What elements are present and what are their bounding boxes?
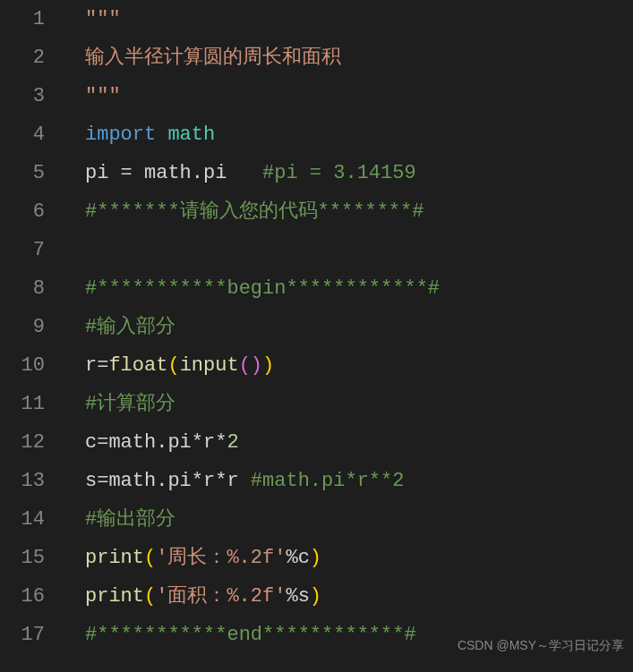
line-number: 2 [0,38,45,77]
code-content[interactable]: """ 输入半径计算圆的周长和面积 """ import math pi = m… [63,0,633,672]
paren-token: ) [310,585,321,608]
module-token: math [108,470,156,492]
operator-token: * [215,431,227,454]
comment-token: #*******请输入您的代码********# [85,200,423,223]
code-line[interactable]: print('面积：%.2f'%s) [85,577,633,616]
module-token: math [108,431,156,454]
line-number: 6 [0,192,45,231]
var-token: c [298,547,310,569]
code-line[interactable] [85,231,633,269]
code-line[interactable]: print('周长：%.2f'%c) [85,539,633,577]
code-line[interactable]: #输入部分 [85,308,633,346]
comment-token: #输入部分 [85,316,175,338]
comment-token: #***********begin************# [85,277,440,300]
space-token [239,470,251,492]
line-number: 4 [0,115,45,154]
paren-token: ( [144,585,156,608]
docstring-token: """ [85,85,121,107]
code-line[interactable]: """ [85,0,633,38]
line-number: 14 [0,500,45,539]
operator-token: = [97,470,108,492]
code-line[interactable]: #*******请输入您的代码********# [85,192,633,231]
comment-token: #math.pi*r**2 [251,470,405,492]
operator-token: * [192,470,203,492]
paren-token: ) [310,547,321,569]
line-number: 8 [0,269,45,308]
builtin-token: print [85,547,144,569]
comment-token: #计算部分 [85,393,175,415]
builtin-token: float [108,354,167,377]
line-number: 5 [0,154,45,192]
builtin-token: input [180,354,239,377]
string-token: '周长：%.2f' [156,547,286,569]
operator-token: * [192,431,203,454]
var-token: pi [85,162,121,184]
dot-token: . [156,431,167,454]
module-token: math [156,123,215,146]
dot-token: . [156,470,167,492]
line-number: 1 [0,0,45,38]
dot-token: . [192,162,203,184]
operator-token: = [97,431,108,454]
string-token: '面积：%.2f' [156,585,286,608]
operator-token: % [286,585,297,608]
attr-token: pi [203,162,227,184]
code-line[interactable]: r=float(input()) [85,346,633,385]
watermark-text: CSDN @MSY～学习日记分享 [458,626,624,665]
var-token: r [227,470,238,492]
docstring-token: 输入半径计算圆的周长和面积 [85,47,341,69]
builtin-token: print [85,585,144,608]
code-line[interactable]: 输入半径计算圆的周长和面积 [85,38,633,77]
comment-token: #输出部分 [85,508,175,531]
code-editor[interactable]: 1 2 3 4 5 6 7 8 9 10 11 12 13 14 15 16 1… [0,0,633,672]
paren-token: ) [262,354,274,377]
code-line[interactable]: """ [85,77,633,115]
code-line[interactable]: #计算部分 [85,385,633,423]
code-line[interactable]: #输出部分 [85,500,633,539]
keyword-token: import [85,123,156,146]
code-line[interactable]: pi = math.pi #pi = 3.14159 [85,154,633,192]
attr-token: pi [167,470,191,492]
code-line[interactable]: import math [85,115,633,154]
var-token: r [203,431,215,454]
code-line[interactable]: c=math.pi*r*2 [85,423,633,462]
comment-token: #***********end************# [85,624,416,646]
docstring-token: """ [85,8,121,30]
operator-token: % [286,547,297,569]
line-number: 12 [0,423,45,462]
module-token: math [133,162,192,184]
paren-token: ( [144,547,156,569]
comment-token: #pi = 3.14159 [262,162,416,184]
attr-token: pi [167,431,191,454]
line-number: 11 [0,385,45,423]
line-number: 15 [0,539,45,577]
paren-token: ) [251,354,262,377]
operator-token: = [97,354,108,377]
operator-token: * [215,470,227,492]
line-number: 9 [0,308,45,346]
var-token: c [85,431,97,454]
line-number: 13 [0,462,45,500]
line-number: 16 [0,577,45,616]
var-token: r [203,470,215,492]
space-token [227,162,262,184]
var-token: s [85,470,97,492]
line-number: 3 [0,77,45,115]
line-number: 10 [0,346,45,385]
line-number-gutter: 1 2 3 4 5 6 7 8 9 10 11 12 13 14 15 16 1… [0,0,63,672]
var-token: s [298,585,310,608]
line-number: 17 [0,616,45,654]
paren-token: ( [167,354,179,377]
code-line[interactable]: #***********begin************# [85,269,633,308]
paren-token: ( [239,354,251,377]
var-token: r [85,354,97,377]
code-line[interactable]: s=math.pi*r*r #math.pi*r**2 [85,462,633,500]
line-number: 7 [0,231,45,269]
number-token: 2 [227,431,238,454]
operator-token: = [121,162,133,184]
